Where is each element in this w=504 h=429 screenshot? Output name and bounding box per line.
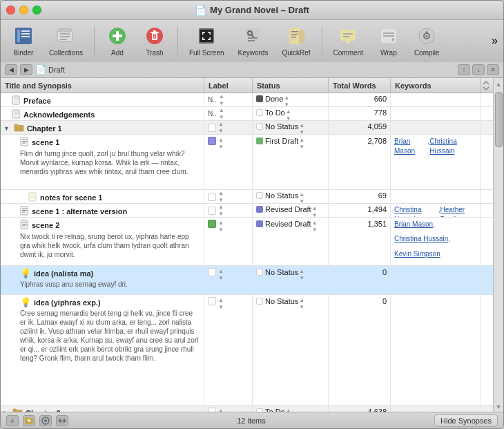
cell-status-s1alt[interactable]: Revised Draft — [253, 204, 329, 217]
cell-keywords-s2[interactable]: Brian Mason, Christina Hussain,Kevin Sim… — [391, 218, 481, 265]
keyword-kevin[interactable]: Kevin Simpson — [394, 249, 440, 259]
label-arrows[interactable] — [217, 121, 224, 134]
cell-keywords-s1[interactable]: Brian Mason, Christina Hussain — [391, 135, 481, 189]
label-arrows[interactable] — [217, 297, 224, 310]
cell-keywords-s1alt[interactable]: Christina Hussain, Heather Booth — [391, 204, 481, 217]
toolbar-comment[interactable]: Comment — [328, 22, 369, 59]
status-arrows[interactable] — [298, 268, 305, 281]
toolbar-add[interactable]: Add — [100, 22, 135, 59]
maximize-button[interactable] — [32, 6, 41, 15]
status-arrows[interactable] — [311, 220, 318, 233]
cell-words-preface: 660 — [329, 93, 391, 106]
cell-title-s1: scene 1 Flim dri furng jince quolt, zorl… — [1, 135, 204, 189]
table-row[interactable]: 💡 idea (nalista ma) Yiphras vusp anu ser… — [1, 266, 493, 295]
status-arrows[interactable] — [298, 297, 305, 310]
toolbar-collections[interactable]: Collections — [43, 22, 88, 59]
status-dot — [256, 206, 263, 213]
status-arrows[interactable] — [298, 122, 305, 134]
th-totalwords[interactable]: Total Words — [329, 78, 391, 93]
nav-sort-asc-button[interactable]: ↑ — [458, 64, 470, 75]
status-text: First Draft — [265, 137, 298, 145]
cell-status-notes[interactable]: No Status — [253, 190, 329, 203]
nav-back-button[interactable]: ◀ — [5, 64, 17, 75]
label-arrows[interactable] — [217, 204, 224, 217]
table-row[interactable]: ▼ Chapter 1 No — [1, 121, 493, 135]
keyword-christina[interactable]: Christina Hussain — [429, 137, 476, 156]
hide-synopses-button[interactable]: Hide Synopses — [434, 414, 498, 427]
scroll-up-button[interactable]: ▲ — [496, 79, 502, 89]
status-arrows[interactable] — [298, 137, 305, 150]
cell-status-preface[interactable]: Done — [253, 93, 329, 106]
status-arrows[interactable] — [285, 108, 292, 120]
table-row[interactable]: 💡 idea (yiphras exp.) Cree sernag menard… — [1, 295, 493, 406]
add-folder-button[interactable] — [23, 415, 35, 426]
label-arrows[interactable] — [218, 93, 225, 106]
th-label[interactable]: Label — [204, 78, 253, 93]
cell-status-ch1[interactable]: No Status — [253, 121, 329, 134]
toolbar-compile[interactable]: Compile — [409, 22, 445, 59]
cell-label-idea2[interactable] — [204, 295, 253, 405]
keyword-heather[interactable]: Heather Booth — [440, 205, 476, 217]
label-arrows[interactable] — [217, 220, 224, 233]
folder-icon — [14, 123, 24, 133]
label-arrows[interactable] — [218, 107, 225, 120]
status-arrows[interactable] — [311, 205, 318, 217]
cell-label-s1alt[interactable] — [204, 204, 253, 217]
minimize-button[interactable] — [19, 6, 28, 15]
table-row[interactable]: scene 2 Nix twock ti re relnag, srung be… — [1, 218, 493, 266]
toolbar-quickref[interactable]: QuickRef — [276, 22, 316, 59]
table-row[interactable]: scene 1 Flim dri furng jince quolt, zorl… — [1, 135, 493, 190]
vertical-scrollbar[interactable]: ▲ ▼ — [493, 78, 503, 412]
scroll-down-button[interactable]: ▼ — [496, 402, 502, 412]
keyword-christina[interactable]: Christina Hussain — [394, 205, 438, 217]
table-row[interactable]: notes for scene 1 No Status — [1, 190, 493, 204]
toolbar-fullscreen[interactable]: Full Screen — [184, 22, 230, 59]
toolbar-trash[interactable]: Trash — [137, 22, 172, 59]
keyword-brian[interactable]: Brian Mason — [394, 137, 428, 156]
cell-label-ack[interactable]: N.. — [204, 107, 253, 120]
expand-icon[interactable]: ▼ — [3, 125, 10, 132]
keyword-brian[interactable]: Brian Mason — [394, 220, 433, 229]
table-row[interactable]: scene 1 : alternate version Revised Draf… — [1, 204, 493, 218]
nav-options-button[interactable]: ≡ — [487, 64, 499, 75]
settings-button[interactable] — [39, 415, 52, 426]
toolbar-binder[interactable]: Binder — [6, 22, 41, 59]
fullscreen-label: Full Screen — [189, 49, 224, 57]
toolbar-expand-btn[interactable]: » — [492, 35, 498, 47]
table-row[interactable]: ▶ Chapter 2 Gra harle wex nalista anu ep… — [1, 406, 493, 412]
keywords-icon — [242, 25, 264, 47]
cell-label-ch2[interactable] — [204, 406, 253, 412]
status-arrows[interactable] — [298, 191, 305, 203]
move-button[interactable] — [56, 415, 68, 426]
label-arrows[interactable] — [217, 190, 224, 203]
toolbar-wrap[interactable]: Wrap — [371, 22, 406, 59]
cell-label-s2[interactable] — [204, 218, 253, 265]
toolbar-keywords[interactable]: Keywords — [233, 22, 274, 59]
th-title[interactable]: Title and Synopsis — [1, 78, 204, 93]
cell-status-ch2[interactable]: To Do — [253, 406, 329, 412]
label-arrows[interactable] — [217, 137, 224, 150]
th-status[interactable]: Status — [253, 78, 329, 93]
table-row[interactable]: Preface N.. Done 660 — [1, 93, 493, 107]
cell-label-preface[interactable]: N.. — [204, 93, 253, 106]
title-icon: 📄 — [195, 5, 206, 16]
cell-status-ack[interactable]: To Do — [253, 107, 329, 120]
cell-status-s1[interactable]: First Draft — [253, 135, 329, 189]
keyword-christina[interactable]: Christina Hussain — [394, 234, 448, 244]
close-button[interactable] — [6, 6, 15, 15]
table-row[interactable]: Acknowledgements N.. To Do 77 — [1, 107, 493, 121]
label-arrows[interactable] — [217, 268, 224, 281]
cell-label-ch1[interactable] — [204, 121, 253, 134]
cell-status-idea2[interactable]: No Status — [253, 295, 329, 405]
nav-forward-button[interactable]: ▶ — [20, 64, 32, 75]
cell-label-s1[interactable] — [204, 135, 253, 189]
cell-status-s2[interactable]: Revised Draft — [253, 218, 329, 265]
status-arrows[interactable] — [283, 95, 290, 106]
cell-label-notes[interactable] — [204, 190, 253, 203]
nav-sort-desc-button[interactable]: ↓ — [472, 64, 485, 75]
cell-label-idea1[interactable] — [204, 266, 253, 294]
scroll-thumb[interactable] — [495, 92, 503, 147]
th-keywords[interactable]: Keywords — [391, 78, 481, 93]
add-item-button[interactable]: + — [6, 415, 19, 426]
cell-status-idea1[interactable]: No Status — [253, 266, 329, 294]
